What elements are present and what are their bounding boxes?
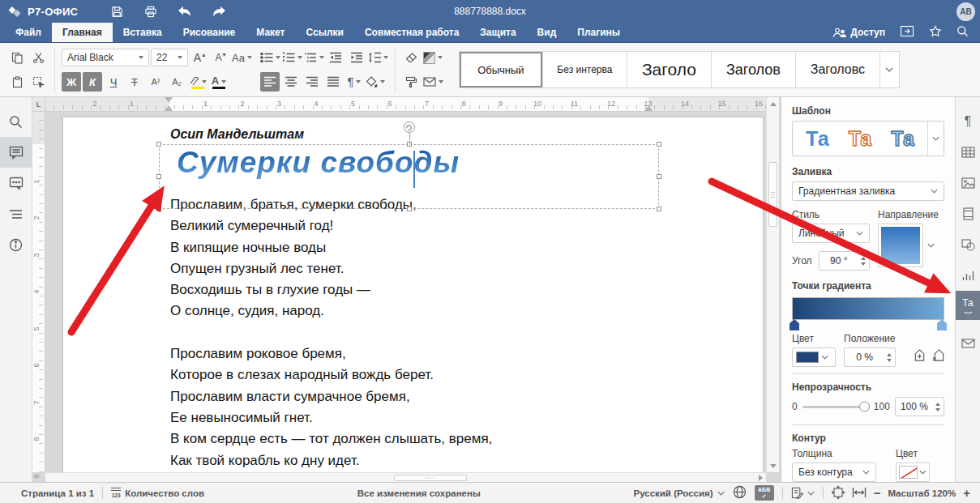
resize-handle-s[interactable] — [407, 207, 412, 211]
first-line-indent-marker[interactable] — [165, 97, 173, 103]
increase-font-button[interactable]: A▴ — [190, 48, 209, 67]
track-changes-button[interactable] — [791, 487, 815, 499]
multilevel-list-button[interactable] — [304, 48, 324, 67]
chat-button[interactable] — [0, 168, 32, 198]
add-gradient-stop-button[interactable] — [914, 348, 926, 364]
clear-style-button[interactable] — [402, 48, 422, 67]
language-select[interactable]: Русский (Россия) — [633, 488, 724, 498]
left-indent-marker[interactable] — [165, 105, 173, 111]
poem-line[interactable]: В кипящие ночные воды — [170, 240, 492, 261]
share-access-button[interactable]: Доступ — [832, 27, 885, 38]
poem-line[interactable] — [170, 325, 492, 346]
poem-line[interactable]: Которое в слезах народный вождь берет. — [170, 367, 492, 388]
font-color-button[interactable]: A — [209, 72, 229, 92]
cut-button[interactable] — [28, 48, 48, 67]
style-normal[interactable]: Обычный — [459, 51, 543, 88]
align-right-button[interactable] — [302, 72, 322, 92]
justify-button[interactable] — [323, 72, 343, 92]
horizontal-scroll-thumb[interactable] — [394, 475, 467, 481]
vertical-scroll-thumb[interactable] — [768, 162, 777, 227]
decrease-font-button[interactable]: A▾ — [211, 48, 230, 67]
scroll-down-button[interactable] — [767, 460, 779, 471]
poem-line[interactable]: Как твой корабль ко дну идет. — [170, 453, 492, 474]
rotation-handle[interactable] — [404, 121, 415, 133]
bold-button[interactable]: Ж — [62, 72, 81, 92]
word-count-button[interactable]: 123 Количество слов — [111, 488, 204, 499]
tab-layout[interactable]: Макет — [246, 23, 295, 42]
tab-plugins[interactable]: Плагины — [567, 23, 631, 42]
stop-color-select[interactable] — [792, 347, 836, 367]
print-button[interactable] — [138, 2, 164, 20]
poem-line[interactable]: Опущен грузный лес тенет. — [170, 261, 492, 282]
style-no-spacing[interactable]: Без интерва — [543, 51, 627, 88]
chart-settings-button[interactable] — [956, 260, 980, 291]
redo-button[interactable] — [206, 2, 232, 20]
numbered-list-button[interactable] — [282, 48, 302, 67]
outline-thickness-select[interactable]: Без контура — [792, 463, 876, 482]
bullet-list-button[interactable] — [260, 48, 280, 67]
textart-selection-box[interactable] — [159, 144, 659, 209]
textart-settings-button[interactable]: Та — [956, 291, 980, 320]
search-icon[interactable] — [956, 25, 969, 40]
paste-button[interactable] — [7, 72, 27, 92]
direction-preview[interactable] — [878, 224, 923, 267]
color-scheme-button[interactable] — [423, 48, 443, 67]
tab-protection[interactable]: Защита — [469, 23, 526, 42]
highlight-color-button[interactable] — [188, 72, 208, 92]
document-author-line[interactable]: Осип Мандельштам — [170, 127, 304, 142]
gradient-style-select[interactable]: Линейный — [792, 224, 870, 243]
spinner-arrows[interactable] — [858, 257, 869, 266]
image-settings-button[interactable] — [956, 168, 980, 198]
spinner-arrows[interactable] — [884, 353, 895, 362]
strikethrough-button[interactable]: Т — [125, 72, 144, 92]
right-indent-marker[interactable] — [644, 105, 653, 111]
copy-style-button[interactable] — [402, 72, 422, 92]
scroll-up-button[interactable] — [767, 98, 779, 109]
paragraph-settings-button[interactable]: ¶ — [956, 106, 980, 137]
poem-line[interactable]: Прославим роковое бремя, — [170, 346, 492, 367]
page-indicator[interactable]: Страница 1 из 1 — [21, 488, 94, 498]
fill-type-select[interactable]: Градиентная заливка — [792, 181, 944, 201]
resize-handle-w[interactable] — [156, 174, 161, 179]
poem-line[interactable]: Ее невыносимый гнет. — [170, 410, 492, 431]
poem-line[interactable]: Прославим власти сумрачное бремя, — [170, 389, 492, 410]
underline-button[interactable]: Ч — [104, 72, 123, 92]
subscript-button[interactable]: A₂ — [167, 72, 186, 92]
opacity-spinner[interactable]: 100 % — [895, 397, 944, 416]
fit-page-button[interactable] — [832, 486, 845, 501]
nonprinting-chars-button[interactable]: ¶ — [344, 72, 364, 92]
resize-handle-sw[interactable] — [156, 207, 161, 211]
template-sample-2[interactable]: Та — [849, 129, 872, 149]
comments-button[interactable] — [0, 137, 32, 168]
resize-handle-e[interactable] — [657, 174, 661, 179]
vertical-scrollbar[interactable] — [766, 97, 779, 472]
scroll-right-button[interactable] — [755, 473, 765, 482]
tab-draw[interactable]: Рисование — [173, 23, 246, 42]
document-area[interactable]: L 2112345678910111213141516 123456789 Ос… — [32, 97, 781, 482]
style-heading2[interactable]: Заголов — [712, 51, 796, 88]
italic-button[interactable]: К — [83, 72, 102, 92]
chevron-down-icon[interactable] — [927, 243, 935, 248]
font-size-select[interactable]: 22 — [151, 49, 188, 66]
opacity-slider-knob[interactable] — [859, 402, 870, 412]
superscript-button[interactable]: A² — [146, 72, 165, 92]
tab-insert[interactable]: Вставка — [113, 23, 173, 42]
line-spacing-button[interactable] — [368, 48, 388, 67]
angle-spinner[interactable]: 90 ° — [819, 251, 870, 271]
mail-merge-settings-button[interactable] — [956, 328, 980, 359]
gradient-stop-right[interactable] — [937, 319, 947, 330]
ruler-corner[interactable]: L — [32, 97, 45, 112]
style-gallery-expand-button[interactable] — [880, 51, 900, 88]
gradient-stop-left[interactable] — [790, 319, 799, 330]
save-button[interactable] — [104, 2, 130, 20]
poem-line[interactable]: О солнце, судия, народ. — [170, 303, 492, 324]
undo-button[interactable] — [172, 2, 198, 20]
tab-file[interactable]: Файл — [5, 23, 52, 42]
poem-text[interactable]: Прославим, братья, сумерки свободы, Вели… — [170, 197, 492, 474]
header-footer-settings-button[interactable] — [956, 198, 980, 229]
style-heading3[interactable]: Заголовс — [796, 51, 880, 88]
tab-view[interactable]: Вид — [527, 23, 567, 42]
outline-color-select[interactable] — [896, 463, 930, 482]
zoom-level[interactable]: Масштаб 120% — [888, 488, 956, 498]
poem-line[interactable]: Великий сумеречный год! — [170, 218, 492, 239]
